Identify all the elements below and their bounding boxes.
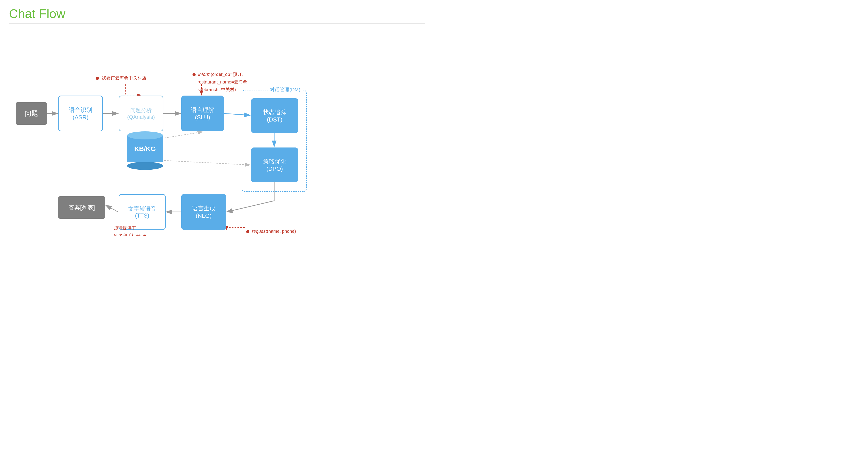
node-asr: 语音识别(ASR)	[58, 96, 103, 131]
annotation-bottom-left: 烦请提供下姓名和手机号	[114, 224, 148, 236]
svg-line-16	[164, 160, 250, 165]
node-wenti: 问题	[16, 102, 47, 125]
node-qanalysis: 问题分析(QAnalysis)	[119, 96, 163, 131]
node-nlg: 语言生成(NLG)	[181, 194, 226, 230]
svg-line-13	[106, 205, 118, 212]
dm-label: 对话管理(DM)	[268, 86, 302, 93]
node-slu: 语言理解(SLU)	[181, 96, 224, 131]
dm-container: 对话管理(DM) 状态追踪(DST) 策略优化(DPO)	[242, 90, 307, 192]
annotation-bottom-right: request(name, phone)	[246, 229, 296, 234]
dot-bottom-right	[246, 230, 249, 233]
node-dst: 状态追踪(DST)	[251, 98, 298, 133]
svg-line-15	[164, 132, 203, 138]
diagram: 问题 语音识别(ASR) 问题分析(QAnalysis) 语言理解(SLU) 对…	[9, 33, 425, 230]
cylinder-label: KB/KG	[134, 145, 156, 153]
dot-bottom-left	[143, 234, 146, 236]
annotation-top-right: inform(order_op=预订, restaurant_name=云海肴,…	[192, 70, 249, 93]
cylinder-top	[127, 131, 163, 139]
cylinder-bottom	[127, 162, 163, 170]
node-answer: 答案[列表]	[58, 196, 105, 219]
page: Chat Flow	[0, 0, 434, 236]
dot-top-right	[192, 73, 196, 76]
dot-top-left	[96, 77, 99, 80]
annotation-top-left: 我要订云海肴中关村店	[96, 75, 146, 81]
page-title: Chat Flow	[9, 6, 425, 21]
svg-line-11	[226, 201, 274, 212]
cylinder-kbkg: KB/KG	[127, 131, 163, 170]
divider	[9, 24, 425, 24]
node-dpo: 策略优化(DPO)	[251, 148, 298, 182]
